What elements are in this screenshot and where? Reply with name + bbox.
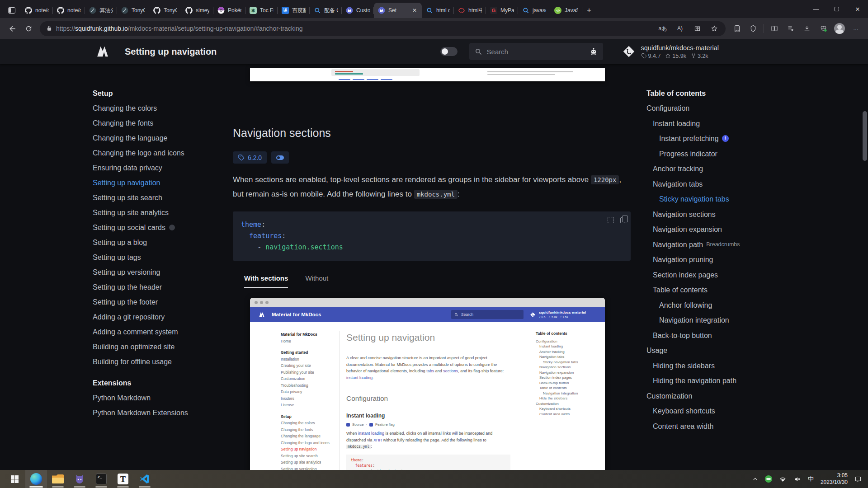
taskbar-clock[interactable]: 3:05 2023/10/30 [821, 472, 848, 486]
select-code-icon[interactable] [608, 217, 614, 223]
translate-button[interactable]: aあ [656, 22, 670, 35]
toc-item-instant-prefetching[interactable]: Instant prefetching! [646, 131, 868, 146]
taskbar-start-button[interactable] [4, 470, 25, 488]
toc-item-navigation-pruning[interactable]: Navigation pruning [646, 252, 868, 267]
browser-tab[interactable]: 译百度翻 [278, 3, 310, 18]
sidebar-item-adding-a-git-repository[interactable]: Adding a git repository [93, 310, 233, 324]
taskbar-typora-button[interactable]: T [112, 470, 134, 488]
toc-item-navigation-sections[interactable]: Navigation sections [646, 207, 868, 222]
browser-tab[interactable]: note/o [21, 3, 53, 18]
sidebar-item-changing-the-logo-and-icons[interactable]: Changing the logo and icons [93, 145, 233, 160]
immersive-reader-button[interactable] [690, 22, 704, 35]
content-tab-without[interactable]: Without [305, 274, 328, 288]
sidebar-item-adding-a-comment-system[interactable]: Adding a comment system [93, 324, 233, 339]
browser-tab[interactable]: html di [422, 3, 454, 18]
volume-muted-icon[interactable] [793, 476, 801, 483]
profile-button[interactable] [832, 21, 847, 36]
back-button[interactable] [5, 21, 20, 36]
toc-item-navigation-expansion[interactable]: Navigation expansion [646, 222, 868, 237]
split-screen-button[interactable] [767, 21, 782, 36]
browser-tab[interactable]: Custom [342, 3, 374, 18]
downloads-button[interactable] [799, 21, 815, 36]
minimize-button[interactable]: — [806, 0, 826, 18]
toc-item-navigation-tabs[interactable]: Navigation tabs [646, 177, 868, 192]
copilot-button[interactable] [745, 21, 761, 36]
browser-tab[interactable]: GMyPam [486, 3, 518, 18]
read-aloud-button[interactable]: A) [673, 22, 687, 35]
content-tab-with-sections[interactable]: With sections [244, 274, 288, 288]
sidebar-item-building-an-optimized-site[interactable]: Building an optimized site [93, 339, 233, 354]
taskbar-edge-button[interactable] [25, 470, 47, 488]
new-tab-button[interactable]: + [582, 3, 596, 18]
taskbar-terminal-button[interactable]: >_ [90, 470, 112, 488]
sidebar-item-setting-up-versioning[interactable]: Setting up versioning [93, 265, 233, 280]
toc-item-instant-loading[interactable]: Instant loading [646, 116, 868, 131]
tab-actions-button[interactable] [3, 3, 21, 18]
network-icon[interactable] [779, 476, 787, 483]
notification-center-button[interactable] [854, 476, 862, 483]
sidebar-item-changing-the-language[interactable]: Changing the language [93, 131, 233, 145]
sidebar-item-setting-up-the-footer[interactable]: Setting up the footer [93, 295, 233, 310]
toc-item-usage[interactable]: Usage [646, 343, 868, 358]
toc-item-customization[interactable]: Customization [646, 389, 868, 404]
toc-item-back-to-top-button[interactable]: Back-to-top button [646, 328, 868, 343]
sidebar-item-setting-up-the-header[interactable]: Setting up the header [93, 280, 233, 295]
sidebar-item-python-markdown[interactable]: Python Markdown [93, 390, 233, 405]
toc-item-navigation-path[interactable]: Navigation pathBreadcrumbs [646, 237, 868, 253]
toc-item-table-of-contents[interactable]: Table of contents [646, 282, 868, 298]
taskbar-vscode-button[interactable] [134, 470, 156, 488]
refresh-button[interactable] [21, 21, 36, 36]
sidebar-item-ensuring-data-privacy[interactable]: Ensuring data privacy [93, 160, 233, 175]
sidebar-item-changing-the-colors[interactable]: Changing the colors [93, 101, 233, 116]
web-capture-button[interactable] [729, 21, 745, 36]
sidebar-item-building-for-offline-usage[interactable]: Building for offline usage [93, 354, 233, 369]
copy-code-icon[interactable] [620, 217, 625, 223]
sidebar-item-setting-up-navigation[interactable]: Setting up navigation [93, 175, 233, 190]
browser-tab[interactable]: 算法分 [85, 3, 117, 18]
browser-essentials-button[interactable] [816, 21, 831, 36]
toc-item-hiding-the-sidebars[interactable]: Hiding the sidebars [646, 358, 868, 374]
browser-tab[interactable]: simeyd [181, 3, 213, 18]
page-scrollbar[interactable] [863, 111, 867, 161]
close-window-button[interactable]: ✕ [847, 0, 868, 18]
ime-indicator[interactable]: 中 [808, 475, 814, 483]
browser-tab[interactable]: 配备 G [310, 3, 342, 18]
browser-tab[interactable]: ✱Toc Fur [245, 3, 278, 18]
version-badge[interactable]: 6.2.0 [233, 151, 267, 164]
tab-close-icon[interactable]: ✕ [411, 7, 418, 14]
sidebar-item-setting-up-tags[interactable]: Setting up tags [93, 250, 233, 265]
browser-tab[interactable]: note/d [53, 3, 85, 18]
browser-tab[interactable]: Set✕ [374, 3, 422, 18]
toc-item-section-index-pages[interactable]: Section index pages [646, 267, 868, 283]
theme-toggle[interactable] [440, 47, 458, 56]
collections-button[interactable] [783, 21, 798, 36]
toc-item-hiding-the-navigation-path[interactable]: Hiding the navigation path [646, 373, 868, 389]
browser-tab[interactable]: javascr [518, 3, 550, 18]
browser-tab[interactable]: Pokém [213, 3, 245, 18]
search-box[interactable]: Search [469, 43, 603, 60]
sidebar-item-setting-up-a-blog[interactable]: Setting up a blog [93, 235, 233, 250]
sidebar-item-setting-up-site-analytics[interactable]: Setting up site analytics [93, 205, 233, 220]
toc-item-anchor-following[interactable]: Anchor following [646, 298, 868, 313]
toc-item-content-area-width[interactable]: Content area width [646, 419, 868, 434]
address-bar[interactable]: https://squidfunk.github.io/mkdocs-mater… [40, 21, 726, 36]
maximize-button[interactable] [826, 0, 847, 18]
toc-item-configuration[interactable]: Configuration [646, 101, 868, 116]
tray-app-icon[interactable] [765, 475, 772, 483]
toc-item-anchor-tracking[interactable]: Anchor tracking [646, 161, 868, 177]
toc-item-sticky-navigation-tabs[interactable]: Sticky navigation tabs [646, 192, 868, 207]
taskbar-explorer-button[interactable] [47, 470, 69, 488]
browser-tab[interactable]: TonyCr [117, 3, 149, 18]
extension-robot-icon[interactable] [589, 47, 599, 56]
repo-link[interactable]: squidfunk/mkdocs-material 9.4.7 15.9k 3.… [622, 44, 719, 59]
toc-item-keyboard-shortcuts[interactable]: Keyboard shortcuts [646, 404, 868, 419]
favorite-star-button[interactable] [708, 22, 721, 35]
toc-item-navigation-integration[interactable]: Navigation integration [646, 313, 868, 328]
sidebar-item-python-markdown-extensions[interactable]: Python Markdown Extensions [93, 405, 233, 420]
taskbar-cat-app-button[interactable] [69, 470, 90, 488]
feature-flag-badge[interactable] [271, 151, 289, 164]
sidebar-item-setting-up-social-cards[interactable]: Setting up social cards [93, 220, 233, 235]
browser-tab[interactable]: TonyCr [149, 3, 181, 18]
toc-item-progress-indicator[interactable]: Progress indicator [646, 146, 868, 162]
sidebar-item-changing-the-fonts[interactable]: Changing the fonts [93, 116, 233, 131]
